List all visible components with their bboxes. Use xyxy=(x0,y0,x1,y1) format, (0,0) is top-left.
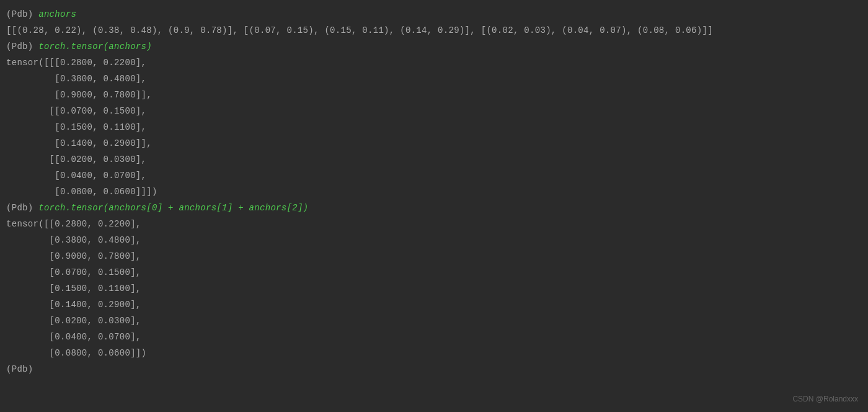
output-line: [0.0800, 0.0600]]]) xyxy=(6,184,862,200)
output-line: tensor([[0.2800, 0.2200], xyxy=(6,216,862,232)
output-line: [0.0400, 0.0700], xyxy=(6,168,862,184)
terminal-output: (Pdb) anchors[[(0.28, 0.22), (0.38, 0.48… xyxy=(6,6,862,377)
pdb-command: torch.tensor(anchors[0] + anchors[1] + a… xyxy=(38,203,308,213)
output-line: [0.9000, 0.7800], xyxy=(6,248,862,264)
pdb-prompt: (Pdb) xyxy=(6,9,38,19)
output-line: [[0.0200, 0.0300], xyxy=(6,151,862,168)
pdb-prompt-line[interactable]: (Pdb) torch.tensor(anchors[0] + anchors[… xyxy=(6,200,862,216)
pdb-command: torch.tensor(anchors) xyxy=(38,42,152,52)
output-line: [0.9000, 0.7800]], xyxy=(6,87,862,103)
output-line: [0.1400, 0.2900]], xyxy=(6,135,862,151)
pdb-prompt-line[interactable]: (Pdb) torch.tensor(anchors) xyxy=(6,38,862,55)
output-line: [[0.0700, 0.1500], xyxy=(6,103,862,119)
output-line: [0.3800, 0.4800], xyxy=(6,232,862,248)
output-line: tensor([[[0.2800, 0.2200], xyxy=(6,55,862,71)
output-line: [0.0200, 0.0300], xyxy=(6,313,862,329)
output-line: [0.0400, 0.0700], xyxy=(6,329,862,345)
watermark: CSDN @Rolandxxx xyxy=(792,391,858,407)
output-line: [0.1500, 0.1100], xyxy=(6,119,862,135)
output-line: [0.1500, 0.1100], xyxy=(6,280,862,297)
output-line: [0.1400, 0.2900], xyxy=(6,297,862,313)
pdb-command: anchors xyxy=(38,9,76,19)
pdb-prompt-line[interactable]: (Pdb) xyxy=(6,361,862,377)
pdb-prompt-line[interactable]: (Pdb) anchors xyxy=(6,6,862,22)
pdb-prompt: (Pdb) xyxy=(6,203,38,213)
output-line: [[(0.28, 0.22), (0.38, 0.48), (0.9, 0.78… xyxy=(6,22,862,38)
output-line: [0.3800, 0.4800], xyxy=(6,71,862,87)
output-line: [0.0700, 0.1500], xyxy=(6,264,862,280)
pdb-prompt: (Pdb) xyxy=(6,42,38,52)
output-line: [0.0800, 0.0600]]) xyxy=(6,345,862,361)
pdb-prompt: (Pdb) xyxy=(6,364,38,374)
